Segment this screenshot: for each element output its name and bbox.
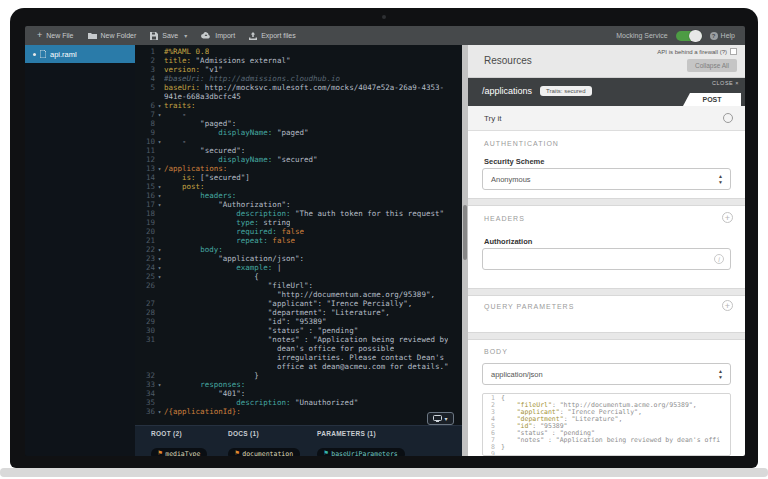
fold-caret-icon[interactable]: ▾ xyxy=(155,182,164,191)
export-files-button[interactable]: Export files xyxy=(249,32,296,40)
console-toggle-button[interactable]: ▾ xyxy=(427,412,454,425)
help-label: Help xyxy=(721,32,735,39)
content-type-select[interactable]: application/json ▲▼ xyxy=(482,363,731,385)
laptop-bezel: + New File New Folder Save ▾ Import xyxy=(10,8,758,468)
save-menu-caret-icon[interactable]: ▾ xyxy=(184,32,187,39)
authorization-input[interactable]: i xyxy=(482,248,731,270)
code-line: 24▾ example: | xyxy=(135,263,462,272)
shelf-chip[interactable]: ⚑mediaType xyxy=(151,448,207,457)
webcam-icon xyxy=(382,15,386,19)
cloud-upload-icon xyxy=(201,32,211,39)
code-line: irregularities. Please contact Dean's xyxy=(135,353,462,362)
code-line: 9 displayName: "paged" xyxy=(135,128,462,137)
resources-header: Resources API is behind a firewall (?) C… xyxy=(468,45,745,78)
fold-caret-icon[interactable]: ▾ xyxy=(155,407,164,416)
fold-caret-icon[interactable]: ▾ xyxy=(155,101,164,110)
fold-caret-icon[interactable]: ▾ xyxy=(155,272,164,281)
authentication-section-label: AUTHENTICATION xyxy=(484,140,559,147)
new-file-button[interactable]: + New File xyxy=(37,32,74,39)
body-section-label: BODY xyxy=(484,348,508,355)
new-folder-button[interactable]: New Folder xyxy=(88,32,137,39)
panel-title: Resources xyxy=(484,55,532,66)
mocking-service-toggle[interactable] xyxy=(676,31,702,41)
code-line: 30 "status" : "pending" xyxy=(135,326,462,335)
fold-caret-icon[interactable]: ▾ xyxy=(155,137,164,146)
body-code-line: 5 "id": "95389" xyxy=(483,423,730,430)
code-line: 8 "paged": xyxy=(135,119,462,128)
firewall-checkbox[interactable] xyxy=(730,48,737,55)
fold-caret-icon[interactable]: ▾ xyxy=(155,200,164,209)
code-line: 16▾ headers: xyxy=(135,191,462,200)
authorization-label: Authorization xyxy=(484,237,532,246)
close-button[interactable]: CLOSE × xyxy=(712,80,739,86)
shelf-group-label: ROOT (2) xyxy=(151,430,207,437)
code-line: 23▾ "application/json": xyxy=(135,254,462,263)
code-line: 12 displayName: "secured" xyxy=(135,155,462,164)
body-code-line: 1{ xyxy=(483,395,730,402)
resource-bar: CLOSE × /applications Traits: secured PO… xyxy=(468,78,745,106)
security-scheme-value: Anonymous xyxy=(491,175,531,184)
flag-icon: ⚑ xyxy=(235,450,239,456)
add-query-param-button[interactable]: + xyxy=(722,300,733,311)
scrollbar-thumb[interactable] xyxy=(463,205,467,260)
code-line: "http://documentum.acme.org/95389", xyxy=(135,290,462,299)
help-button[interactable]: ? Help xyxy=(710,32,735,40)
fold-caret-icon[interactable]: ▾ xyxy=(155,263,164,272)
shelf-chip-label: documentation xyxy=(242,450,293,457)
code-line: 10▾ - xyxy=(135,137,462,146)
code-line: 13▾/applications: xyxy=(135,164,462,173)
save-button[interactable]: Save ▾ xyxy=(150,32,187,40)
body-code-line: 4 "department": "Literature", xyxy=(483,416,730,423)
add-header-button[interactable]: + xyxy=(722,212,733,223)
code-line: 35 description: "Unauthorized" xyxy=(135,398,462,407)
file-name-label: api.raml xyxy=(50,50,77,59)
shelf-group-label: DOCS (1) xyxy=(228,430,300,437)
page-background: + New File New Folder Save ▾ Import xyxy=(0,0,768,479)
fold-caret-icon[interactable]: ▾ xyxy=(155,245,164,254)
body-code-line: 3 "applicant": "Irence Percially", xyxy=(483,409,730,416)
body-code-line: 9 xyxy=(483,451,730,456)
code-line: 11 "secured": xyxy=(135,146,462,155)
code-line: 20 required: false xyxy=(135,227,462,236)
import-button[interactable]: Import xyxy=(201,32,235,39)
code-line: 29 "id": "95389" xyxy=(135,317,462,326)
code-line: 15▾ post: xyxy=(135,182,462,191)
info-icon: i xyxy=(714,254,724,264)
code-line: 17▾ "Authorization": xyxy=(135,200,462,209)
security-scheme-select[interactable]: Anonymous ▲▼ xyxy=(482,168,731,190)
shelf-chip[interactable]: ⚑documentation xyxy=(228,448,300,457)
code-line: 34 "401": xyxy=(135,389,462,398)
code-line: 36▾/{applicationId}: xyxy=(135,407,462,416)
code-line: office at dean@acmeu.com for details." xyxy=(135,362,462,371)
fold-caret-icon[interactable]: ▾ xyxy=(155,110,164,119)
firewall-label: API is behind a firewall (?) xyxy=(657,49,727,55)
code-editor[interactable]: 1#%RAML 0.82title: "Admissions external"… xyxy=(135,45,462,456)
fold-caret-icon[interactable]: ▾ xyxy=(155,164,164,173)
laptop-base xyxy=(0,468,768,477)
code-line: 33▾ responses: xyxy=(135,380,462,389)
code-line: 1#%RAML 0.8 xyxy=(135,47,462,56)
body-code-line: 2 "fileUrl": "http://documentum.acme.org… xyxy=(483,402,730,409)
headers-section-label: HEADERS xyxy=(484,215,525,222)
fold-caret-icon[interactable]: ▾ xyxy=(155,191,164,200)
code-line: 6▾traits: xyxy=(135,101,462,110)
body-code-line: 8} xyxy=(483,444,730,451)
fold-caret-icon[interactable]: ▾ xyxy=(155,380,164,389)
tab-post[interactable]: POST xyxy=(683,93,741,106)
section-divider xyxy=(468,288,745,296)
collapse-all-button[interactable]: Collapse All xyxy=(687,59,737,72)
close-icon: × xyxy=(735,80,739,86)
code-line: 26 "fileUrl": xyxy=(135,281,462,290)
content-type-value: application/json xyxy=(491,370,543,379)
shelf-chip[interactable]: ⚑baseUriParameters xyxy=(317,448,405,457)
select-arrows-icon: ▲▼ xyxy=(718,173,723,185)
body-code-line: 7 "notes" : "Application being reviewed … xyxy=(483,437,730,444)
try-it-toggle[interactable] xyxy=(723,113,733,123)
body-editor[interactable]: 1{2 "fileUrl": "http://documentum.acme.o… xyxy=(482,393,731,456)
sidebar-item-api-raml[interactable]: api.raml xyxy=(25,45,135,63)
code-line: 19 type: string xyxy=(135,218,462,227)
fold-caret-icon[interactable]: ▾ xyxy=(155,254,164,263)
code-line: 25▾ { xyxy=(135,272,462,281)
code-line: 32 } xyxy=(135,371,462,380)
mocking-service-label: Mocking Service xyxy=(616,32,667,39)
